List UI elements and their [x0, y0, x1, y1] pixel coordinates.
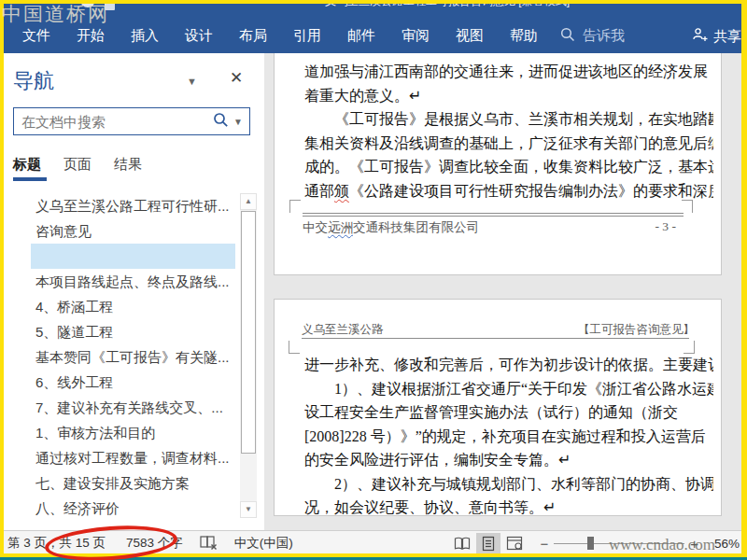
zoom-slider-thumb[interactable] — [587, 537, 594, 550]
margin-crop-mark — [684, 341, 695, 354]
navigation-pane: 导航 ▼ ✕ ▼ 标题 页面 结果 义乌至兰溪公路工程可行性研... 咨询意见 … — [0, 53, 264, 530]
text-line: 的安全风险进行评估，编制安全专篇。↵ — [304, 448, 713, 472]
nav-tab-pages[interactable]: 页面 — [63, 156, 92, 181]
grammar-error-text: 远洲 — [328, 220, 353, 234]
margin-crop-mark — [289, 200, 301, 213]
heading-item[interactable]: 咨询意见 — [31, 218, 235, 244]
tab-help[interactable]: 帮助 — [510, 27, 538, 45]
word-count-indicator[interactable]: 7583 个字 — [126, 535, 183, 552]
heading-item[interactable]: 7、建议补充有关路线交叉、... — [31, 395, 235, 420]
tab-design[interactable]: 设计 — [185, 27, 213, 45]
search-icon — [560, 27, 575, 46]
language-indicator[interactable]: 中文(中国) — [234, 535, 293, 552]
document-page-3[interactable]: 道加强与浦江西南部的交通往来，进而促进该地区的经济发展，都有 着重大的意义。↵ … — [274, 53, 722, 275]
share-label: 共享 — [713, 28, 741, 46]
text-line: 设工程安全生产监督管理实施办法（试行）的通知（浙交 — [304, 400, 713, 425]
margin-crop-mark — [682, 200, 693, 213]
web-layout-button[interactable] — [502, 533, 527, 553]
save-icon[interactable] — [105, 2, 115, 10]
zoom-slider-rail — [554, 543, 684, 544]
close-window-button[interactable] — [726, 0, 739, 3]
text-line: 《工可报告》是根据义乌市、兰溪市相关规划，在实地踏勘、收 — [304, 107, 713, 132]
tab-mailings[interactable]: 邮件 — [347, 27, 375, 45]
heading-item[interactable]: 通过核对工程数量，调查材料... — [31, 445, 235, 470]
footer-page-number: - 3 - — [655, 219, 677, 234]
margin-crop-mark — [289, 341, 300, 354]
zoom-out-button[interactable]: − — [540, 536, 548, 552]
tab-references[interactable]: 引用 — [293, 27, 321, 45]
zoom-in-button[interactable]: + — [690, 536, 698, 552]
status-bar-right-group: − + 56% — [448, 531, 740, 555]
page-number-indicator[interactable]: 第 3 页，共 15 页 — [7, 535, 106, 552]
page4-body-text: 进一步补充、修改和完善后，可作为初步设计的依据。主要建议：↵ 1）、建议根据浙江… — [304, 353, 713, 516]
heading-item-selected[interactable] — [31, 244, 235, 269]
header-left-text: 义乌至兰溪公路 — [302, 322, 384, 338]
heading-item[interactable]: 七、建设安排及实施方案 — [31, 470, 235, 496]
text-line: 1）、建议根据浙江省交通厅“关于印发《浙江省公路水运建 — [304, 377, 713, 401]
footer-company-name: 中交远洲交通科技集团有限公司 — [303, 219, 479, 236]
navigation-pane-options-chevron-icon[interactable]: ▼ — [187, 76, 197, 87]
text-line: 着重大的意义。↵ — [304, 84, 713, 108]
text-line: 况，如会议纪要、协议、意向书等。↵ — [304, 496, 713, 516]
status-bar: 第 3 页，共 15 页 7583 个字 中文(中国) − + 56% — [0, 530, 747, 554]
text-line: 道加强与浦江西南部的交通往来，进而促进该地区的经济发展，都有 — [304, 60, 713, 84]
tab-insert[interactable]: 插入 — [131, 27, 159, 45]
scroll-down-arrow-icon[interactable]: ▼ — [240, 501, 257, 518]
tab-file[interactable]: 文件 — [22, 27, 50, 45]
scrollbar-thumb[interactable] — [241, 211, 256, 454]
text-line: 成的。《工可报告》调查比较全面，收集资料比较广泛，基本达到交 — [304, 155, 713, 179]
proofing-errors-icon[interactable] — [200, 536, 218, 550]
heading-item[interactable]: 1、审核方法和目的 — [31, 420, 235, 445]
heading-item[interactable]: 6、线外工程 — [31, 370, 235, 395]
nav-tab-headings[interactable]: 标题 — [13, 156, 41, 181]
maximize-button[interactable] — [654, 0, 666, 3]
footer-boundary-line — [303, 213, 684, 217]
heading-item[interactable]: 八、经济评价 — [31, 496, 235, 521]
minimize-button[interactable] — [579, 0, 591, 3]
zoom-slider[interactable] — [554, 537, 684, 550]
text-line: 进一步补充、修改和完善后，可作为初步设计的依据。主要建议：↵ — [304, 353, 713, 377]
quick-access-toolbar-icon[interactable] — [80, 0, 95, 7]
text-line: 集相关资料及沿线调查的基础上，广泛征求有关部门的意见后编制完 — [304, 132, 713, 156]
zoom-level-indicator[interactable]: 56% — [704, 537, 740, 551]
navigation-pane-close-icon[interactable]: ✕ — [230, 68, 243, 88]
spelling-error-text: 颁 — [334, 183, 349, 199]
document-canvas: 道加强与浦江西南部的交通往来，进而促进该地区的经济发展，都有 着重大的意义。↵ … — [264, 53, 747, 530]
document-title: 义乌至兰溪公路工程工可报告咨询意见 [兼容模式] — [325, 0, 570, 9]
heading-item[interactable]: 义乌至兰溪公路工程可行性研... — [31, 193, 235, 218]
search-input[interactable] — [14, 114, 213, 130]
ribbon-tab-strip: 文件 开始 插入 设计 布局 引用 邮件 审阅 视图 帮助 告诉我 共享 — [0, 19, 747, 53]
share-button[interactable]: 共享 — [693, 27, 741, 46]
text-line: 通部颁《公路建设项目可行性研究报告编制办法》的要求和深度。经 — [304, 179, 713, 203]
scroll-up-arrow-icon[interactable]: ▲ — [240, 193, 257, 210]
document-page-4[interactable]: 义乌至兰溪公路 【工可报告咨询意见】 进一步补充、修改和完善后，可作为初步设计的… — [274, 299, 722, 516]
headings-list: 义乌至兰溪公路工程可行性研... 咨询意见 本项目路线起点、终点及路线... 4… — [0, 193, 239, 521]
heading-item[interactable]: 本项目路线起点、终点及路线... — [31, 269, 235, 294]
person-add-icon — [693, 27, 709, 46]
text-line: 2）、建议补充与城镇规划部门、水利等部门的协商、协调情 — [304, 472, 713, 497]
navigation-tabs: 标题 页面 结果 — [13, 156, 164, 181]
tab-review[interactable]: 审阅 — [402, 27, 430, 45]
text-line: [2008]228 号）》”的规定，补充项目在实施过程和投入运营后 — [304, 425, 713, 449]
tab-view[interactable]: 视图 — [456, 27, 484, 45]
search-magnifier-icon[interactable] — [213, 112, 229, 132]
read-mode-button[interactable] — [450, 533, 474, 553]
page3-body-text: 道加强与浦江西南部的交通往来，进而促进该地区的经济发展，都有 着重大的意义。↵ … — [304, 60, 713, 203]
heading-item[interactable]: 5、隧道工程 — [31, 319, 235, 344]
navigation-pane-title: 导航 — [13, 67, 54, 95]
heading-item[interactable]: 基本赞同《工可报告》有关隧... — [31, 344, 235, 370]
tab-home[interactable]: 开始 — [77, 27, 105, 45]
heading-item[interactable]: 4、桥涵工程 — [31, 294, 235, 319]
header-right-text: 【工可报告咨询意见】 — [578, 322, 695, 338]
print-layout-button[interactable] — [476, 533, 500, 553]
nav-scrollbar[interactable]: ▲ ▼ — [240, 193, 257, 518]
tell-me-label: 告诉我 — [583, 27, 625, 45]
tab-layout[interactable]: 布局 — [239, 27, 267, 45]
word-window: 义乌至兰溪公路工程工可报告咨询意见 [兼容模式] 文件 开始 插入 设计 布局 … — [0, 0, 747, 560]
search-options-chevron-icon[interactable]: ▼ — [229, 117, 249, 127]
tell-me-button[interactable]: 告诉我 — [560, 27, 625, 46]
document-search-box: ▼ — [13, 107, 250, 135]
title-bar: 义乌至兰溪公路工程工可报告咨询意见 [兼容模式] — [0, 0, 747, 19]
nav-tab-results[interactable]: 结果 — [114, 156, 142, 181]
header-boundary-line — [302, 338, 689, 339]
